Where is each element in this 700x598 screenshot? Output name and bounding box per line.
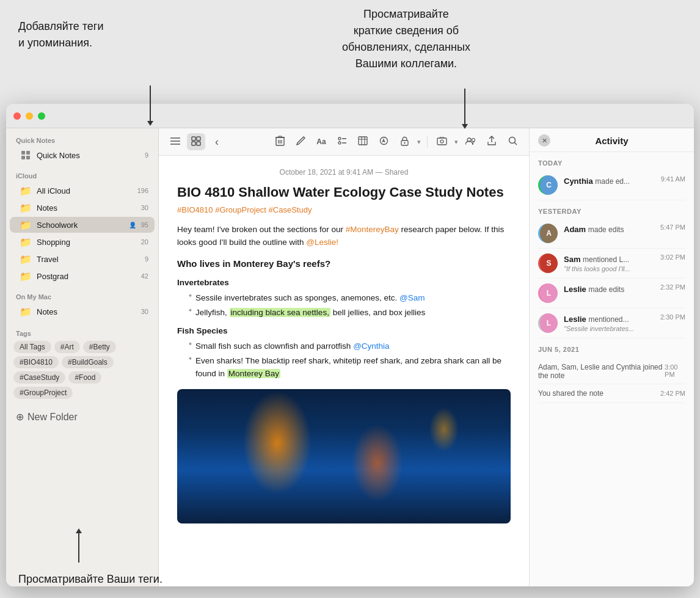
trash-icon (275, 136, 285, 148)
share-button[interactable] (483, 133, 501, 150)
folder-icon-6: 📁 (20, 271, 32, 281)
tag-groupproject[interactable]: #GroupProject (13, 387, 73, 399)
sam-time: 3:02 PM (660, 253, 685, 261)
svg-rect-10 (197, 142, 200, 145)
mention-leslie: @Leslie! (306, 238, 338, 247)
leslie2-preview: "Sessile invertebrates... (564, 325, 655, 332)
close-button[interactable] (13, 112, 21, 120)
svg-point-29 (440, 140, 443, 143)
quick-notes-label: Quick Notes (37, 151, 142, 160)
tags-section: Tags All Tags #Art #Betty #BIO4810 #Buil… (6, 320, 158, 404)
quick-notes-count: 9 (145, 151, 148, 159)
lock-icon (401, 136, 409, 148)
list-view-button[interactable] (166, 133, 184, 150)
svg-rect-9 (192, 142, 195, 145)
sidebar-item-postgrad[interactable]: 📁 Postgrad 42 (10, 268, 155, 284)
checklist-button[interactable] (333, 133, 351, 150)
list-item: Small fish such as clownfish and parrotf… (187, 340, 511, 353)
tag-art[interactable]: #Art (54, 341, 80, 353)
annotation-bottom: Просматривайте Ваши теги. (18, 573, 162, 586)
tag-casestudy[interactable]: #CaseStudy (13, 371, 65, 384)
note-editor: ‹ (159, 128, 529, 586)
list-item: Sessile invertebrates such as sponges, a… (187, 291, 511, 305)
lock-button[interactable] (395, 133, 414, 150)
note-date: October 18, 2021 at 9:41 AM — Shared (177, 168, 511, 177)
activity-close-button[interactable]: ✕ (538, 134, 550, 147)
tag-all-tags[interactable]: All Tags (13, 341, 51, 353)
quick-notes-section-label: Quick Notes (6, 128, 158, 147)
svg-rect-7 (192, 137, 195, 140)
photo-icon (437, 137, 447, 147)
jun5-shared-time: 2:42 PM (660, 390, 685, 397)
new-folder-button[interactable]: ⊕ New Folder (6, 406, 158, 428)
all-icloud-label: All iCloud (37, 186, 135, 195)
icloud-section-label: iCloud (6, 164, 158, 182)
sidebar-item-notes-mac[interactable]: 📁 Notes 30 (10, 304, 155, 319)
grid-icon (191, 136, 201, 148)
sam-preview: "If this looks good I'll... (564, 265, 655, 272)
adam-time: 5:47 PM (660, 224, 685, 231)
svg-rect-2 (21, 156, 25, 159)
sidebar-item-quick-notes[interactable]: Quick Notes 9 (10, 147, 155, 163)
activity-info-cynthia: Cynthia made ed... (564, 175, 656, 186)
leslie-action: made edits (588, 285, 624, 294)
new-folder-icon: ⊕ (16, 411, 24, 423)
back-button[interactable]: ‹ (208, 133, 226, 150)
tag-buildgoals[interactable]: #BuildGoals (62, 356, 114, 368)
schoolwork-label: Schoolwork (37, 221, 129, 230)
sidebar-item-travel[interactable]: 📁 Travel 9 (10, 251, 155, 267)
notes-mac-count: 30 (141, 308, 148, 315)
tag-bio4810[interactable]: #BIO4810 (13, 356, 59, 368)
activity-item-leslie2[interactable]: L Leslie mentioned... "Sessile invertebr… (538, 308, 685, 338)
grid-view-button[interactable] (187, 133, 205, 150)
avatar-cynthia: C (538, 175, 558, 195)
svg-rect-28 (437, 138, 447, 145)
minimize-button[interactable] (26, 112, 33, 120)
title-bar (6, 104, 694, 128)
cynthia-action: made ed... (595, 177, 630, 186)
hashtag-montereybay: #MontereyBay (346, 225, 399, 234)
activity-header: ✕ Activity (530, 128, 694, 152)
activity-item-adam[interactable]: A Adam made edits 5:47 PM (538, 219, 685, 249)
avatar-leslie: L (538, 283, 558, 303)
activity-item-cynthia[interactable]: C Cynthia made ed... 9:41 AM (538, 170, 685, 200)
sidebar-item-schoolwork[interactable]: 📁 Schoolwork 👤 95 (10, 217, 155, 233)
tag-food[interactable]: #Food (68, 371, 101, 384)
collab-button[interactable] (462, 133, 480, 150)
leslie2-time: 2:30 PM (660, 313, 685, 321)
svg-rect-0 (21, 151, 25, 155)
table-button[interactable] (354, 133, 372, 150)
tag-betty[interactable]: #Betty (83, 341, 116, 353)
search-button[interactable] (503, 133, 522, 150)
activity-item-leslie[interactable]: L Leslie made edits 2:32 PM (538, 279, 685, 308)
text-format-button[interactable]: Aa (312, 133, 330, 150)
markup-button[interactable] (374, 133, 393, 150)
sidebar-item-shopping[interactable]: 📁 Shopping 20 (10, 234, 155, 250)
maximize-button[interactable] (38, 112, 45, 120)
activity-scroll-area[interactable]: TODAY C Cynthia made ed... 9:41 AM YESTE… (530, 152, 694, 586)
tags-container: All Tags #Art #Betty #BIO4810 #BuildGoal… (13, 341, 151, 399)
svg-point-18 (338, 142, 341, 144)
svg-rect-8 (197, 137, 200, 140)
svg-point-31 (472, 138, 475, 141)
sidebar-item-all-icloud[interactable]: 📁 All iCloud 196 (10, 183, 155, 199)
note-content-area[interactable]: October 18, 2021 at 9:41 AM — Shared BIO… (159, 156, 529, 586)
activity-item-sam[interactable]: S Sam mentioned L... "If this looks good… (538, 249, 685, 279)
chevron-left-icon: ‹ (215, 136, 219, 148)
note-title: BIO 4810 Shallow Water Ecology Case Stud… (177, 184, 511, 202)
all-icloud-count: 196 (137, 187, 148, 194)
compose-button[interactable] (291, 133, 310, 150)
cynthia-name: Cynthia (564, 177, 595, 186)
svg-rect-1 (26, 151, 30, 155)
avatar-leslie2: L (538, 313, 558, 333)
sam-name: Sam (564, 255, 583, 264)
quick-notes-icon (20, 150, 32, 160)
delete-button[interactable] (271, 133, 289, 150)
sidebar-item-notes-icloud[interactable]: 📁 Notes 30 (10, 200, 155, 216)
avatar-adam: A (538, 224, 558, 243)
cynthia-time: 9:41 AM (661, 175, 685, 183)
leslie-time: 2:32 PM (660, 283, 685, 291)
svg-line-33 (514, 143, 517, 145)
adam-name: Adam (564, 225, 588, 234)
photo-button[interactable] (432, 133, 451, 150)
